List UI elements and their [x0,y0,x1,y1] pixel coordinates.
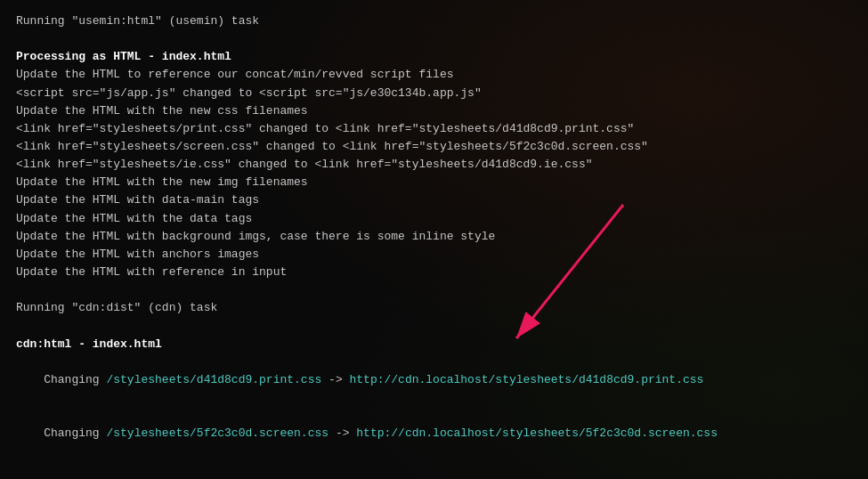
line-screen-css: <link href="stylesheets/screen.css" chan… [16,138,852,156]
line-reference-input: Update the HTML with reference in input [16,264,852,281]
line-script-changed: <script src="js/app.js" changed to <scri… [16,85,852,102]
line-usemin-task: Running "usemin:html" (usemin) task [16,12,852,30]
line-ie-css: <link href="stylesheets/ie.css" changed … [16,156,852,174]
blank-line-2 [16,281,852,299]
blank-line-3 [16,317,852,335]
arrow-1: -> [321,373,349,386]
line-bg-imgs: Update the HTML with background imgs, ca… [16,228,852,246]
changing-label-1: Changing [44,373,106,386]
cdn-url-screen: http://cdn.localhost/stylesheets/5f2c3c0… [356,426,718,440]
changing-label-2: Changing [44,426,106,440]
line-cdn-ie: Changing /stylesheets/d41d8cd9.ie.css ->… [16,461,852,479]
line-img-filenames: Update the HTML with the new img filenam… [16,174,852,191]
line-cdn-task: Running "cdn:dist" (cdn) task [16,299,852,317]
terminal-output: Running "usemin:html" (usemin) task Proc… [0,0,868,479]
blank-line-1 [16,30,852,48]
cdn-path-print: /stylesheets/d41d8cd9.print.css [106,373,321,386]
line-anchors: Update the HTML with anchors images [16,246,852,264]
arrow-2: -> [329,426,356,440]
line-cdn-header: cdn:html - index.html [16,336,852,353]
line-css-filenames: Update the HTML with the new css filenam… [16,102,852,120]
cdn-url-print: http://cdn.localhost/stylesheets/d41d8cd… [350,373,704,386]
line-data-main: Update the HTML with data-main tags [16,191,852,209]
line-data-tags: Update the HTML with the data tags [16,210,852,228]
line-concat: Update the HTML to reference our concat/… [16,66,852,84]
line-cdn-print: Changing /stylesheets/d41d8cd9.print.css… [16,353,852,407]
line-cdn-screen: Changing /stylesheets/5f2c3c0d.screen.cs… [16,407,852,460]
line-processing-header: Processing as HTML - index.html [16,48,852,66]
line-print-css: <link href="stylesheets/print.css" chang… [16,120,852,138]
cdn-path-screen: /stylesheets/5f2c3c0d.screen.css [106,426,329,440]
